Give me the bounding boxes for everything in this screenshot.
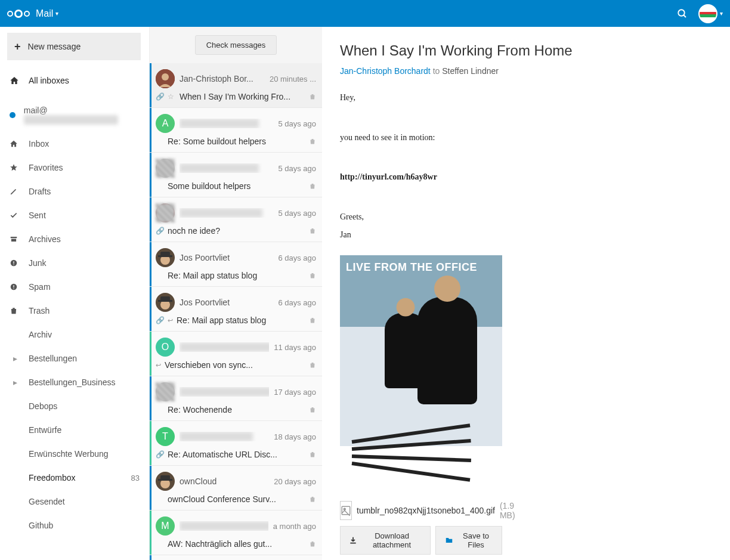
image-caption: LIVE FROM THE OFFICE [346, 261, 477, 274]
trash-icon[interactable] [309, 138, 316, 145]
download-icon [349, 536, 357, 544]
logo[interactable] [7, 10, 30, 18]
folder-custom[interactable]: Entwürfe [0, 418, 149, 442]
all-inboxes-label: All inboxes [29, 76, 69, 85]
folder-label: Sent [29, 211, 46, 220]
folder-custom[interactable]: Github [0, 513, 149, 537]
sender-name: ██████████████ [180, 208, 273, 218]
attachment-block: LIVE FROM THE OFFICE tumblr_no982qxNjj1t… [340, 255, 502, 555]
folder-archives[interactable]: Archives [0, 227, 149, 251]
junk-icon [10, 259, 20, 267]
download-label: Download attachment [362, 531, 422, 549]
sender-avatar [156, 69, 175, 88]
app-menu[interactable]: Mail ▾ [36, 8, 58, 19]
account-item[interactable]: mail@████████████████ [0, 98, 149, 132]
message-list-item[interactable]: Jos Poortvliet 6 days ago 🔗↩ Re: Mail ap… [150, 287, 322, 332]
folder-sent[interactable]: Sent [0, 203, 149, 227]
sender-avatar [156, 203, 175, 222]
message-list-item[interactable]: J ███ ██████ a month ago ↩ Fehlermeldung… [150, 555, 322, 560]
folder-badge: 83 [131, 474, 140, 482]
message-list-item[interactable]: ██████████████ 5 days ago 🔗 noch ne idee… [150, 197, 322, 242]
folder-custom[interactable]: ▸Bestellungen_Business [0, 370, 149, 394]
folder-custom[interactable]: Gesendet [0, 490, 149, 513]
sender-avatar [156, 159, 175, 178]
message-subject-preview: Some buildout helpers [168, 181, 305, 191]
svg-line-1 [683, 15, 686, 17]
folder-label: Gesendet [29, 497, 65, 506]
all-inboxes[interactable]: All inboxes [0, 69, 149, 92]
message-list-item[interactable]: A ██████████ ███ 5 days ago Re: Some bui… [150, 108, 322, 153]
message-subject-preview: ownCloud Conference Surv... [168, 494, 305, 504]
attachment-icon: 🔗 [156, 227, 164, 235]
message-participants: Jan-Christoph Borchardt to Steffen Lindn… [340, 66, 712, 76]
download-attachment-button[interactable]: Download attachment [340, 526, 431, 555]
folder-trash[interactable]: Trash [0, 299, 149, 323]
sender-avatar: O [156, 338, 175, 357]
message-list-item[interactable]: T ██████ ██████ 18 days ago 🔗 Re: Automa… [150, 421, 322, 466]
trash-icon[interactable] [309, 272, 316, 279]
folder-custom[interactable]: Debops [0, 394, 149, 418]
trash-icon[interactable] [309, 227, 316, 234]
check-icon [10, 211, 20, 219]
reply-icon: ↩ [168, 317, 173, 324]
message-body: Hey, you need to see it in motion: http:… [340, 90, 712, 243]
app-header: Mail ▾ ▾ [0, 0, 730, 27]
sender-avatar: A [156, 114, 175, 133]
message-subject: When I Say I'm Working From Home [340, 42, 712, 59]
image-icon [340, 501, 352, 520]
account-label: mail@████████████████ [24, 106, 140, 125]
message-time: 5 days ago [278, 209, 316, 218]
chevron-down-icon: ▾ [55, 10, 58, 17]
folder-favorites[interactable]: Favorites [0, 156, 149, 180]
folder-custom[interactable]: ▸Bestellungen [0, 346, 149, 370]
message-subject-preview: Re: Mail app status blog [177, 315, 305, 325]
folder-label: Github [29, 521, 53, 530]
attachment-size: (1.9 MB) [500, 501, 515, 520]
svg-point-20 [344, 508, 345, 510]
user-menu[interactable]: ▾ [698, 4, 723, 23]
trash-icon[interactable] [309, 451, 316, 458]
folder-custom[interactable]: Archiv [0, 323, 149, 346]
trash-icon[interactable] [309, 93, 316, 100]
sender-name: ownCloud [180, 477, 269, 486]
trash-icon[interactable] [309, 182, 316, 190]
folder-custom[interactable]: Freedombox83 [0, 466, 149, 490]
body-link[interactable]: http://tinyurl.com/h6ay8wr [340, 169, 712, 185]
trash-icon[interactable] [309, 406, 316, 413]
message-list-item[interactable]: O ██████████████████ 11 days ago ↩ Versc… [150, 332, 322, 376]
message-list-item[interactable]: Jan-Christoph Bor... 20 minutes ... 🔗☆ W… [150, 63, 322, 108]
trash-icon[interactable] [309, 361, 316, 369]
account-dot-icon [10, 112, 16, 118]
svg-rect-6 [13, 285, 14, 287]
message-subject-preview: AW: Nachträglich alles gut... [168, 539, 305, 549]
message-from[interactable]: Jan-Christoph Borchardt [340, 66, 431, 76]
folder-label: Archiv [29, 330, 52, 339]
trash-icon[interactable] [309, 496, 316, 503]
message-list-item[interactable]: M ███████ ████████ a month ago AW: Nacht… [150, 511, 322, 555]
message-list-item[interactable]: ██████ ██████████ 17 days ago Re: Wochen… [150, 376, 322, 421]
folder-label: Trash [29, 306, 50, 315]
folder-custom[interactable]: Erwünschte Werbung [0, 442, 149, 466]
save-to-files-button[interactable]: Save to Files [435, 526, 502, 555]
chevron-right-icon: ▸ [10, 354, 20, 363]
message-list-item[interactable]: ownCloud 20 days ago ownCloud Conference… [150, 466, 322, 511]
trash-icon[interactable] [309, 317, 316, 324]
trash-icon[interactable] [309, 540, 316, 547]
svg-rect-15 [158, 300, 172, 302]
message-list-item[interactable]: Jos Poortvliet 6 days ago Re: Mail app s… [150, 242, 322, 287]
check-messages-button[interactable]: Check messages [195, 35, 277, 55]
folder-inbox[interactable]: Inbox [0, 132, 149, 156]
svg-rect-4 [13, 264, 14, 265]
chevron-down-icon: ▾ [720, 10, 723, 17]
folder-spam[interactable]: Spam [0, 275, 149, 299]
attachment-preview[interactable]: LIVE FROM THE OFFICE [340, 255, 502, 494]
folder-drafts[interactable]: Drafts [0, 180, 149, 203]
message-time: 5 days ago [278, 119, 316, 128]
folder-junk[interactable]: Junk [0, 251, 149, 275]
new-message-button[interactable]: + New message [7, 33, 141, 60]
message-subject-preview: Verschieben von sync... [165, 360, 305, 370]
search-icon[interactable] [677, 8, 688, 19]
message-subject-preview: noch ne idee? [168, 226, 305, 236]
message-to: Steffen Lindner [442, 66, 499, 76]
message-list-item[interactable]: ██████ ███████ 5 days ago Some buildout … [150, 153, 322, 197]
